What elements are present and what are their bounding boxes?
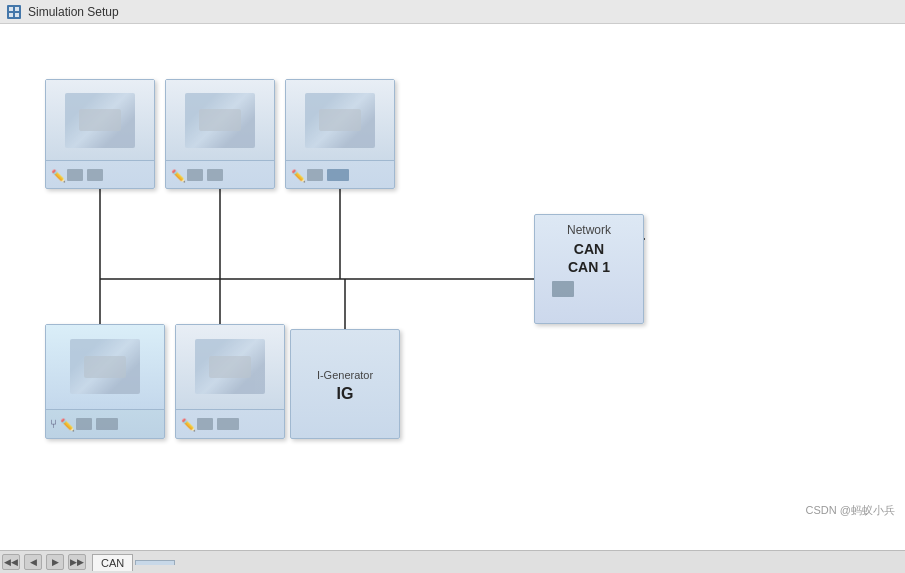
book-icon-3	[307, 169, 323, 181]
pencil-icon-3[interactable]: ✏️	[291, 169, 303, 181]
book-icon-2	[187, 169, 203, 181]
main-canvas: ✏️ ✏️ ✏️ Network CAN CAN 1	[0, 24, 905, 550]
node-card-4-toolbar: ⑂ ✏️	[46, 410, 164, 438]
node-card-2-image-area	[166, 80, 274, 161]
tab-other[interactable]	[135, 560, 175, 565]
simulation-icon	[6, 4, 22, 20]
settings-icon-2	[207, 169, 223, 181]
fork-icon-4: ⑂	[50, 417, 57, 431]
igenerator-sublabel: IG	[337, 385, 354, 403]
node-card-3-thumbnail	[305, 93, 375, 148]
node-card-2[interactable]: ✏️	[165, 79, 275, 189]
node-card-1[interactable]: ✏️	[45, 79, 155, 189]
title-bar: Simulation Setup	[0, 0, 905, 24]
pencil-icon-4[interactable]: ✏️	[60, 418, 72, 430]
watermark: CSDN @蚂蚁小兵	[806, 503, 895, 518]
node-card-2-thumbnail	[185, 93, 255, 148]
network-can1-label: CAN 1	[547, 259, 631, 275]
network-can-label: CAN	[547, 241, 631, 257]
settings-icon-4	[96, 418, 118, 430]
node-card-1-image-area	[46, 80, 154, 161]
settings-icon-1	[87, 169, 103, 181]
bottom-bar: ◀◀ ◀ ▶ ▶▶ CAN	[0, 550, 905, 573]
node-card-5-thumbnail	[195, 339, 265, 394]
igenerator-label: I-Generator	[317, 369, 373, 381]
node-card-2-toolbar: ✏️	[166, 161, 274, 188]
nav-next-button[interactable]: ▶	[46, 554, 64, 570]
network-settings-icon[interactable]	[552, 281, 574, 297]
svg-rect-2	[15, 7, 19, 11]
node-card-1-toolbar: ✏️	[46, 161, 154, 188]
nav-last-button[interactable]: ▶▶	[68, 554, 86, 570]
tab-can[interactable]: CAN	[92, 554, 133, 571]
node-card-5[interactable]: ✏️	[175, 324, 285, 439]
nav-first-button[interactable]: ◀◀	[2, 554, 20, 570]
svg-rect-1	[9, 7, 13, 11]
nav-prev-button[interactable]: ◀	[24, 554, 42, 570]
pencil-icon-5[interactable]: ✏️	[181, 418, 193, 430]
svg-rect-3	[9, 13, 13, 17]
book-icon-4	[76, 418, 92, 430]
igenerator-card[interactable]: I-Generator IG	[290, 329, 400, 439]
node-card-1-thumbnail	[65, 93, 135, 148]
network-box[interactable]: Network CAN CAN 1	[534, 214, 644, 324]
book-icon-5	[197, 418, 213, 430]
node-card-4-thumbnail	[70, 339, 140, 394]
node-card-3-image-area	[286, 80, 394, 161]
settings-icon-5	[217, 418, 239, 430]
title-text: Simulation Setup	[28, 5, 119, 19]
node-card-5-toolbar: ✏️	[176, 410, 284, 438]
node-card-4[interactable]: ⑂ ✏️	[45, 324, 165, 439]
node-card-3[interactable]: ✏️	[285, 79, 395, 189]
book-icon-1	[67, 169, 83, 181]
node-card-5-image-area	[176, 325, 284, 410]
svg-rect-4	[15, 13, 19, 17]
small-icon-3	[327, 169, 349, 181]
node-card-4-image-area	[46, 325, 164, 410]
pencil-icon-2[interactable]: ✏️	[171, 169, 183, 181]
pencil-icon-1[interactable]: ✏️	[51, 169, 63, 181]
node-card-3-toolbar: ✏️	[286, 161, 394, 188]
network-label: Network	[547, 223, 631, 237]
